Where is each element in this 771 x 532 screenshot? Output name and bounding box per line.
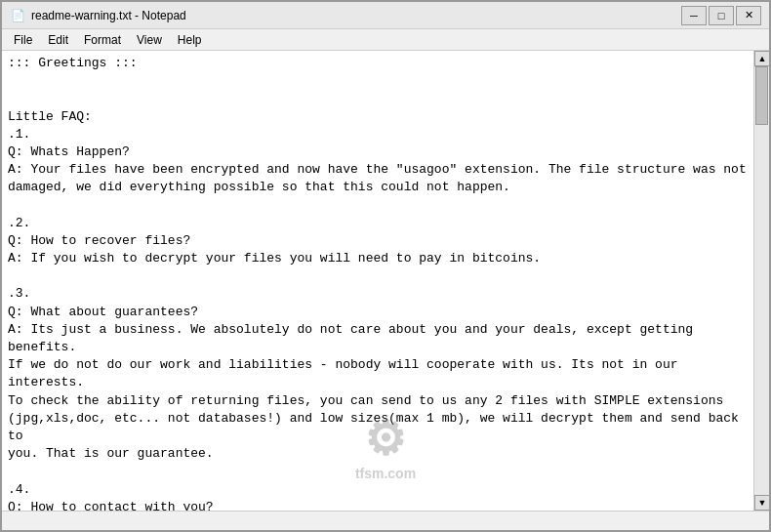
scroll-up-button[interactable]: ▲ [754, 51, 769, 66]
menu-file[interactable]: File [6, 31, 40, 49]
minimize-button[interactable]: ─ [681, 6, 707, 25]
close-button[interactable]: ✕ [736, 6, 761, 25]
menu-format[interactable]: Format [76, 31, 129, 49]
menu-help[interactable]: Help [170, 31, 210, 49]
window-controls: ─ □ ✕ [681, 6, 761, 25]
title-bar-left: 📄 readme-warning.txt - Notepad [10, 8, 186, 23]
scroll-thumb[interactable] [755, 66, 768, 125]
notepad-icon: 📄 [10, 8, 25, 23]
notepad-window: 📄 readme-warning.txt - Notepad ─ □ ✕ Fil… [0, 0, 771, 532]
content-area: ▲ ▼ ⚙ tfsm.com [2, 51, 769, 511]
status-bar [2, 511, 769, 530]
menu-view[interactable]: View [129, 31, 170, 49]
menu-edit[interactable]: Edit [40, 31, 76, 49]
title-bar: 📄 readme-warning.txt - Notepad ─ □ ✕ [2, 2, 769, 29]
text-editor[interactable] [2, 51, 753, 511]
menu-bar: File Edit Format View Help [2, 29, 769, 51]
scroll-track [754, 66, 769, 495]
window-title: readme-warning.txt - Notepad [31, 9, 186, 22]
vertical-scrollbar[interactable]: ▲ ▼ [753, 51, 769, 511]
maximize-button[interactable]: □ [709, 6, 734, 25]
scroll-down-button[interactable]: ▼ [754, 495, 769, 511]
